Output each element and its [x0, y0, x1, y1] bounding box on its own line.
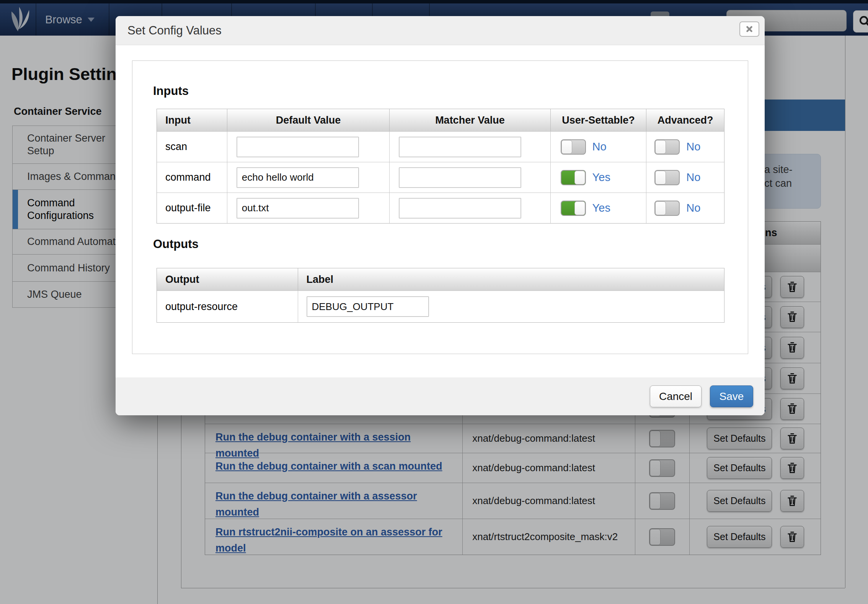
input-row-scan: scan No No	[157, 132, 724, 162]
close-icon	[745, 25, 754, 33]
matcher-value-field[interactable]	[399, 137, 521, 157]
input-name: output-file	[157, 202, 211, 214]
outputs-table-header: Output Label	[157, 268, 724, 291]
dialog-title: Set Config Values	[127, 24, 222, 38]
cancel-button[interactable]: Cancel	[650, 385, 702, 407]
advanced-toggle[interactable]	[654, 201, 680, 216]
inputs-heading: Inputs	[153, 84, 189, 98]
outputs-table: Output Label output-resource	[157, 268, 724, 323]
set-config-values-dialog: Set Config Values Inputs Input Default V…	[116, 16, 765, 415]
advanced-toggle[interactable]	[654, 170, 680, 185]
advanced-toggle[interactable]	[654, 139, 680, 155]
column-header: Matcher Value	[390, 109, 550, 131]
column-header: Input	[157, 109, 227, 131]
toggle-state-label: Yes	[592, 171, 610, 184]
toggle-state-label: No	[592, 140, 607, 153]
dialog-footer: Cancel Save	[116, 377, 765, 415]
user-settable-toggle[interactable]	[561, 139, 586, 155]
matcher-value-field[interactable]	[399, 167, 521, 188]
inputs-table-header: Input Default Value Matcher Value User-S…	[157, 109, 724, 132]
column-header: User-Settable?	[551, 109, 647, 131]
default-value-field[interactable]	[237, 198, 359, 219]
output-row-output-resource: output-resource	[157, 291, 724, 322]
inputs-table: Input Default Value Matcher Value User-S…	[157, 109, 724, 224]
save-button[interactable]: Save	[710, 385, 753, 407]
input-name: scan	[157, 141, 187, 153]
toggle-state-label: No	[686, 202, 700, 214]
close-button[interactable]	[739, 21, 759, 37]
dialog-header: Set Config Values	[116, 16, 765, 45]
user-settable-toggle[interactable]	[561, 201, 586, 216]
column-header: Default Value	[227, 109, 390, 131]
matcher-value-field[interactable]	[399, 198, 521, 219]
default-value-field[interactable]	[237, 137, 359, 157]
input-row-output-file: output-file Yes No	[157, 193, 724, 223]
toggle-state-label: Yes	[592, 202, 610, 214]
column-header: Label	[298, 268, 724, 291]
output-label-field[interactable]	[307, 296, 429, 317]
input-name: command	[157, 171, 211, 183]
toggle-state-label: No	[686, 140, 700, 153]
outputs-heading: Outputs	[153, 237, 199, 251]
user-settable-toggle[interactable]	[561, 170, 586, 185]
output-name: output-resource	[157, 301, 238, 313]
column-header: Advanced?	[646, 109, 724, 131]
default-value-field[interactable]	[237, 167, 359, 188]
column-header: Output	[157, 268, 298, 291]
toggle-state-label: No	[686, 171, 700, 184]
input-row-command: command Yes No	[157, 162, 724, 193]
